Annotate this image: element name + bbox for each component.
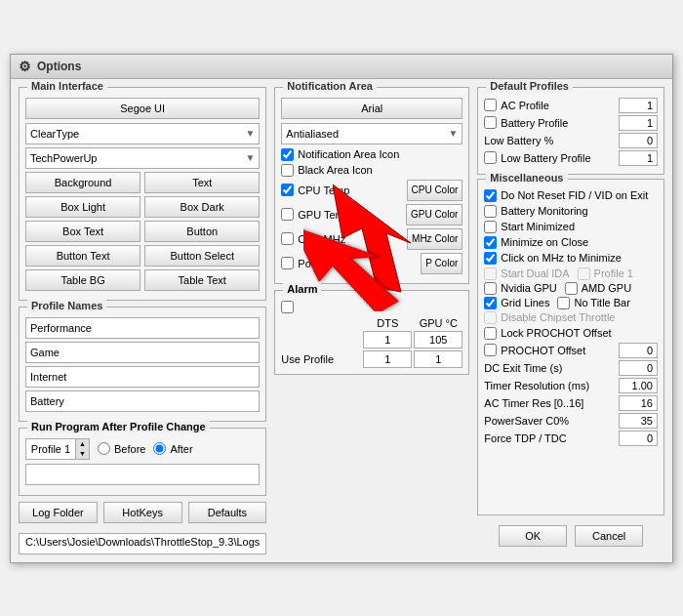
button-text-button[interactable]: Button Text	[25, 245, 141, 267]
low-battery-pct-value[interactable]	[619, 133, 658, 148]
amd-gpu-label: AMD GPU	[582, 282, 631, 294]
cleartype-dropdown[interactable]: ClearType ▼	[25, 123, 260, 144]
notif-area-icon-checkbox[interactable]	[281, 148, 294, 161]
font-button[interactable]: Segoe UI	[25, 98, 260, 119]
ac-profile-value[interactable]	[619, 98, 658, 113]
run-program-label: Run Program After Profile Change	[27, 421, 210, 432]
spinner-up[interactable]: ▲	[75, 439, 89, 449]
hotkeys-button[interactable]: HotKeys	[103, 502, 182, 523]
cpu-color-button[interactable]: CPU Color	[407, 180, 463, 201]
grid-lines-checkbox[interactable]	[484, 297, 497, 309]
table-bg-button[interactable]: Table BG	[25, 269, 141, 291]
low-battery-profile-value[interactable]	[619, 150, 658, 166]
alarm-label: Alarm	[283, 283, 321, 295]
battery-profile-value[interactable]	[619, 115, 658, 131]
prochot-offset-label: PROCHOT Offset	[501, 345, 585, 356]
before-radio[interactable]	[98, 442, 110, 455]
profile-2-input[interactable]	[25, 342, 260, 363]
box-light-button[interactable]: Box Light	[25, 196, 141, 218]
gpu-color-button[interactable]: GPU Color	[406, 204, 462, 226]
default-profiles-label: Default Profiles	[486, 80, 573, 92]
cpu-mhz-checkbox[interactable]	[281, 232, 294, 245]
profile-names-group: Profile Names	[19, 307, 266, 422]
alarm-dts-value[interactable]	[363, 331, 412, 349]
low-battery-profile-checkbox[interactable]	[484, 151, 497, 164]
profile-spinner-input[interactable]	[26, 441, 75, 457]
techpowerup-dropdown[interactable]: TechPowerUp ▼	[25, 147, 260, 169]
power-checkbox[interactable]	[281, 257, 294, 269]
run-program-input[interactable]	[25, 464, 260, 485]
lock-prochot-label: Lock PROCHOT Offset	[501, 327, 611, 339]
profile-4-input[interactable]	[25, 390, 260, 412]
dc-exit-time-value[interactable]	[619, 360, 658, 376]
power-color-button[interactable]: P Color	[421, 253, 462, 274]
profile-1-checkbox[interactable]	[578, 267, 590, 280]
battery-monitoring-checkbox[interactable]	[484, 205, 497, 218]
spinner-down[interactable]: ▼	[75, 449, 89, 459]
no-title-bar-checkbox[interactable]	[557, 297, 570, 309]
title-bar: ⚙ Options	[11, 55, 672, 79]
antialiased-dropdown[interactable]: Antialiased ▼	[281, 123, 462, 144]
ok-button[interactable]: OK	[499, 525, 567, 547]
options-window: ⚙ Options Main Interface Segoe UI ClearT…	[10, 54, 673, 563]
alarm-checkbox[interactable]	[281, 301, 294, 313]
profile-1-input[interactable]	[25, 317, 260, 339]
cpu-mhz-label: CPU MHz	[298, 233, 403, 245]
battery-profile-checkbox[interactable]	[484, 116, 497, 129]
gpu-temp-checkbox[interactable]	[281, 208, 294, 221]
cpu-temp-checkbox[interactable]	[281, 184, 294, 196]
minimize-on-close-label: Minimize on Close	[501, 236, 588, 248]
cancel-button[interactable]: Cancel	[575, 525, 643, 547]
box-dark-button[interactable]: Box Dark	[144, 196, 260, 218]
after-radio[interactable]	[153, 442, 166, 455]
prochot-offset-value[interactable]	[619, 343, 658, 358]
default-profiles-group: Default Profiles AC Profile Battery Prof…	[477, 87, 664, 175]
alarm-use-profile-dts[interactable]	[363, 350, 412, 368]
button-select-button[interactable]: Button Select	[144, 245, 260, 267]
nvidia-gpu-checkbox[interactable]	[484, 282, 497, 295]
notif-font-button[interactable]: Arial	[281, 98, 462, 119]
left-panel: Main Interface Segoe UI ClearType ▼ Tech…	[19, 87, 266, 554]
black-area-icon-label: Black Area Icon	[298, 164, 372, 176]
antialiased-arrow: ▼	[448, 128, 458, 139]
background-button[interactable]: Background	[25, 172, 141, 193]
log-folder-button[interactable]: Log Folder	[19, 502, 98, 523]
main-interface-label: Main Interface	[27, 80, 107, 92]
minimize-on-close-checkbox[interactable]	[484, 236, 497, 249]
prochot-offset-checkbox[interactable]	[484, 344, 497, 356]
text-button[interactable]: Text	[144, 172, 260, 193]
ac-profile-checkbox[interactable]	[484, 99, 497, 111]
ac-timer-res-value[interactable]	[619, 395, 658, 411]
alarm-gpu-value[interactable]	[414, 331, 462, 349]
button-button[interactable]: Button	[144, 221, 260, 242]
force-tdp-tdc-value[interactable]	[619, 431, 658, 446]
do-not-reset-checkbox[interactable]	[484, 189, 497, 202]
cleartype-dropdown-arrow: ▼	[245, 128, 255, 139]
start-minimized-label: Start Minimized	[501, 221, 575, 232]
black-area-icon-checkbox[interactable]	[281, 164, 294, 177]
timer-resolution-value[interactable]	[619, 378, 658, 393]
no-title-bar-label: No Title Bar	[574, 297, 629, 308]
profile-3-input[interactable]	[25, 366, 260, 388]
amd-gpu-checkbox[interactable]	[565, 282, 578, 295]
click-on-mhz-label: Click on MHz to Minimize	[501, 252, 621, 264]
window-title: Options	[37, 60, 81, 73]
alarm-use-profile-gpu[interactable]	[414, 350, 462, 368]
start-dual-ida-checkbox[interactable]	[484, 267, 497, 280]
alarm-gpu-header: GPU °C	[414, 317, 462, 329]
box-text-button[interactable]: Box Text	[25, 221, 141, 242]
profile-1-label: Profile 1	[594, 267, 633, 279]
lock-prochot-checkbox[interactable]	[484, 327, 497, 340]
mhz-color-button[interactable]: MHz Color	[407, 228, 462, 250]
table-text-button[interactable]: Table Text	[144, 269, 260, 291]
powersaver-c0-value[interactable]	[619, 413, 658, 429]
profile-spinner[interactable]: ▲ ▼	[25, 438, 90, 460]
notification-area-label: Notification Area	[283, 80, 377, 92]
click-on-mhz-checkbox[interactable]	[484, 252, 497, 265]
ac-profile-label: AC Profile	[501, 100, 549, 111]
defaults-button[interactable]: Defaults	[188, 502, 267, 523]
disable-chipset-throttle-checkbox[interactable]	[484, 311, 497, 324]
low-battery-profile-label: Low Battery Profile	[501, 152, 590, 164]
start-minimized-checkbox[interactable]	[484, 221, 497, 233]
bottom-buttons-row: Log Folder HotKeys Defaults	[19, 502, 266, 523]
